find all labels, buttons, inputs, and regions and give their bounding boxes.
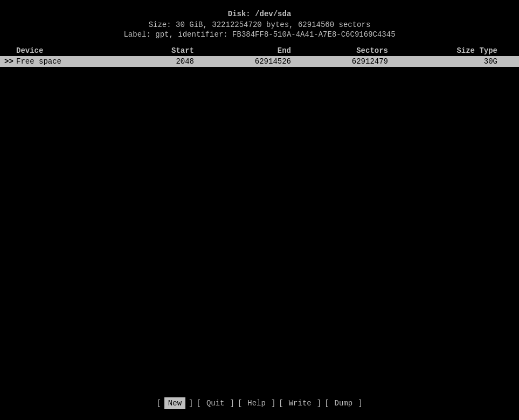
new-bracket-close: ] [189,399,193,408]
row-size: 30G [399,57,519,66]
help-button[interactable]: Help [245,398,268,409]
row-sectors: 62912479 [302,57,399,66]
quit-button[interactable]: Quit [204,398,227,409]
row-indicator: >> [0,57,16,66]
help-bracket-close: ] [271,399,275,408]
header-start: Start [108,46,205,55]
disk-title: Disk: /dev/sda [0,10,519,18]
quit-bracket-close: ] [230,399,234,408]
dump-bracket-close: ] [358,399,362,408]
header-device: Device [0,46,108,55]
quit-bracket-open: [ [196,399,200,408]
write-bracket-close: ] [317,399,321,408]
disk-label: Label: gpt, identifier: FB384FF8-510A-4A… [0,30,519,39]
row-end: 62914526 [205,57,302,66]
main-content [0,67,519,420]
table-row[interactable]: >> Free space 2048 62914526 62912479 30G [0,56,519,67]
write-bracket-open: [ [279,399,283,408]
help-bracket-open: [ [238,399,242,408]
write-button[interactable]: Write [287,398,314,409]
table-header: Device Start End Sectors Size Type [0,45,519,56]
header-size-type: Size Type [399,46,519,55]
disk-info: Disk: /dev/sda Size: 30 GiB, 32212254720… [0,0,519,43]
dump-bracket-open: [ [324,399,329,408]
new-button[interactable]: New [164,397,185,409]
terminal-screen: Disk: /dev/sda Size: 30 GiB, 32212254720… [0,0,519,420]
header-end: End [205,46,302,55]
bottom-bar: [ New ] [ Quit ] [ Help ] [ Write ] [ Du… [0,397,519,409]
row-device: Free space [16,57,108,66]
row-start: 2048 [108,57,205,66]
dump-button[interactable]: Dump [333,398,355,409]
disk-size: Size: 30 GiB, 32212254720 bytes, 6291456… [0,20,519,29]
header-sectors: Sectors [302,46,399,55]
new-bracket-open: [ [156,399,161,408]
